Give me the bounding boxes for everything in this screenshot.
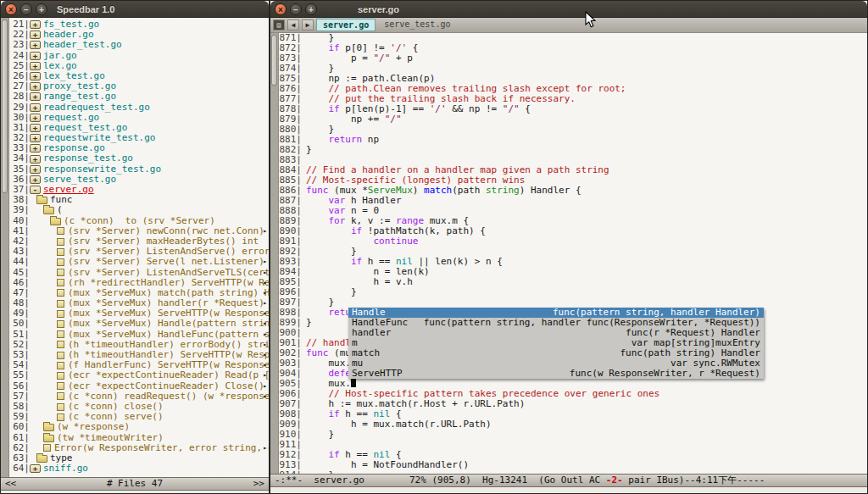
item-label[interactable]: (h *timeoutHandler) errorBody() strin [68,340,269,350]
item-label[interactable]: fs_test.go [43,19,99,30]
item-label[interactable]: range_test.go [43,92,116,102]
file-row[interactable]: 23|+header_test.go [9,40,269,50]
folder-icon[interactable] [36,455,47,463]
item-label[interactable]: (f HandlerFunc) ServeHTTP(w ResponseW [68,360,269,370]
tag-icon[interactable] [57,300,64,308]
tag-row[interactable]: 62|Error(w ResponseWriter, error string,… [9,443,269,453]
file-row[interactable]: 22|+header.go [9,30,269,40]
expand-icon[interactable]: + [30,464,41,473]
expand-icon[interactable]: + [30,92,41,101]
item-label[interactable]: header_test.go [43,40,122,50]
speedbar-scroll-left[interactable]: << [5,478,16,490]
expand-icon[interactable]: + [30,165,41,174]
tag-row[interactable]: 56|(ecr *expectContinueReader) Close() e [9,381,269,391]
item-label[interactable]: ( [57,205,63,215]
item-label[interactable]: proxy_test.go [43,81,116,92]
item-label[interactable]: (srv *Server) ListenAndServeTLS(certF [68,268,269,278]
tag-icon[interactable] [57,330,64,338]
item-label[interactable]: (h *timeoutHandler) ServeHTTP(w Respo [68,350,269,360]
file-row[interactable]: 28|+range_test.go [9,92,269,102]
item-label[interactable]: (mux *ServeMux) HandleFunc(pattern st [68,330,269,340]
item-label[interactable]: responsewrite_test.go [43,164,161,175]
item-label[interactable]: (ecr *expectContinueReader) Read(p [] [68,370,269,380]
maximize-button[interactable]: + [305,3,317,15]
item-label[interactable]: request.go [43,113,99,123]
speedbar-titlebar[interactable]: ×−+ Speedbar 1.0 [1,1,269,18]
tag-row[interactable]: 49|(mux *ServeMux) ServeHTTP(w ResponseW [9,308,269,319]
speedbar-scrollbar[interactable] [1,18,9,477]
item-label[interactable]: jar.go [43,51,77,61]
tag-row[interactable]: 38|func [9,195,269,205]
item-label[interactable]: serve_test.go [43,175,116,185]
item-label[interactable]: header.go [43,30,94,40]
tag-icon[interactable] [57,403,64,411]
completion-item[interactable]: ServeHTTPfunc(w ResponseWriter, r *Reque… [348,369,764,379]
tag-row[interactable]: 46|(rh *redirectHandler) ServeHTTP(w Res [9,278,269,288]
item-label[interactable]: (srv *Server) maxHeaderBytes() int [68,236,259,247]
item-label[interactable]: (srv *Server) newConn(rwc net.Conn) ( [68,226,269,236]
folder-icon[interactable] [43,424,54,431]
item-label[interactable]: (mux *ServeMux) ServeHTTP(w ResponseW [68,308,269,319]
file-row[interactable]: 32|+requestwrite_test.go [9,133,269,143]
item-label[interactable]: (rh *redirectHandler) ServeHTTP(w Res [68,278,269,288]
tag-row[interactable]: 45|(srv *Server) ListenAndServeTLS(certF [9,268,269,278]
expand-icon[interactable]: + [30,114,41,122]
file-row[interactable]: 24|+jar.go [9,51,269,61]
item-label[interactable]: (c *conn) serve() [68,412,164,422]
item-label[interactable]: (mux *ServeMux) handler(r *Request) H [68,298,269,308]
close-button[interactable]: × [275,3,287,15]
expand-icon[interactable]: + [30,144,41,153]
editor-body[interactable]: 871| }872| if p[0] != '/' {873| p = "/" … [270,33,867,474]
expand-icon[interactable]: + [30,62,41,70]
file-row[interactable]: 36|+serve_test.go [9,175,269,185]
folder-icon[interactable] [50,218,61,225]
tag-icon[interactable] [43,444,51,452]
speedbar-scrollbar-thumb[interactable] [2,19,8,193]
editor-titlebar[interactable]: ×−+ server.go [270,1,867,18]
code-area[interactable]: 871| }872| if p[0] != '/' {873| p = "/" … [279,33,867,474]
tag-icon[interactable] [57,248,64,256]
speedbar-scroll-right[interactable]: >> [253,478,264,490]
item-label[interactable]: (mux *ServeMux) match(path string) Ha [68,288,269,298]
item-label[interactable]: Error(w ResponseWriter, error string, c [54,443,269,453]
tabbar-scroll-right-icon[interactable]: ▶ [302,19,314,31]
tag-icon[interactable] [57,372,64,380]
file-row[interactable]: 29|+readrequest_test.go [9,103,269,113]
tag-row[interactable]: 55|(ecr *expectContinueReader) Read(p [] [9,370,269,380]
tab-server.go[interactable]: server.go [316,19,376,31]
item-label[interactable]: (c *conn) to (srv *Server) [64,216,215,226]
item-label[interactable]: func [50,195,73,205]
item-label[interactable]: (mux *ServeMux) Handle(pattern string [68,319,269,329]
editor-scrollbar[interactable] [270,33,279,474]
item-label[interactable]: readrequest_test.go [43,103,150,113]
tag-row[interactable]: 44|(srv *Server) Serve(l net.Listener) e [9,257,269,267]
tag-icon[interactable] [57,227,64,235]
file-row[interactable]: 26|+lex_test.go [9,71,269,81]
minimize-button[interactable]: − [290,3,302,15]
tab-serve_test.go[interactable]: serve_test.go [378,19,456,31]
item-label[interactable]: request_test.go [43,123,127,133]
tag-row[interactable]: 53|(h *timeoutHandler) ServeHTTP(w Respo [9,350,269,360]
file-row[interactable]: 30|+request.go [9,113,269,123]
tag-icon[interactable] [57,362,64,369]
expand-icon[interactable]: + [30,124,41,132]
file-row[interactable]: 31|+request_test.go [9,123,269,133]
expand-icon[interactable]: + [30,134,41,142]
tag-row[interactable]: 51|(mux *ServeMux) HandleFunc(pattern st [9,330,269,340]
expand-icon[interactable]: + [30,52,41,60]
tag-row[interactable]: 47|(mux *ServeMux) match(path string) Ha [9,288,269,298]
tag-icon[interactable] [57,258,64,266]
tag-row[interactable]: 48|(mux *ServeMux) handler(r *Request) H [9,298,269,308]
item-label[interactable]: (tw *timeoutWriter) [57,433,164,443]
tag-icon[interactable] [57,279,64,286]
file-row[interactable]: 34|+response_test.go [9,153,269,164]
tag-row[interactable]: 63|type [9,453,269,463]
item-label[interactable]: lex_test.go [43,71,105,81]
tag-icon[interactable] [57,238,64,246]
tag-row[interactable]: 41|(srv *Server) newConn(rwc net.Conn) ( [9,226,269,236]
collapse-icon[interactable]: - [30,186,41,194]
folder-icon[interactable] [43,435,54,442]
close-button[interactable]: × [5,3,17,15]
file-row[interactable]: 33|+response.go [9,143,269,153]
tag-icon[interactable] [57,341,64,348]
